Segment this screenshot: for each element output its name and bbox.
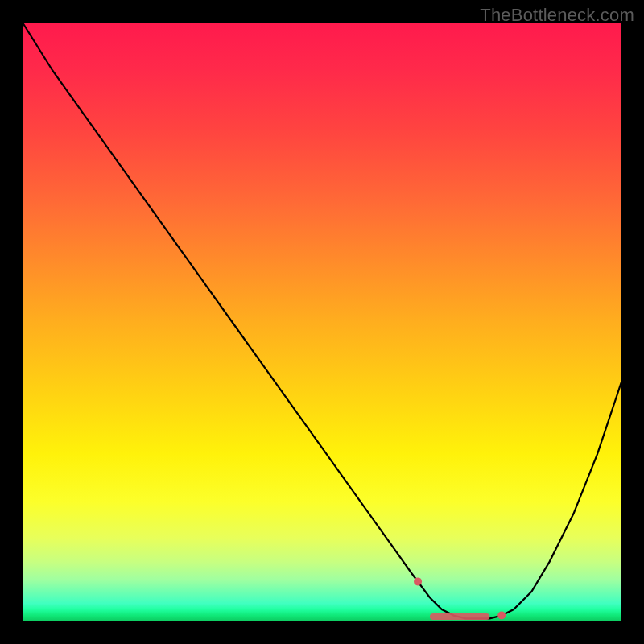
marker-right (497, 612, 506, 620)
chart-plot-area (23, 23, 621, 621)
curve-line (23, 23, 621, 618)
watermark-text: TheBottleneck.com (480, 5, 634, 26)
optimal-range-band (430, 613, 489, 620)
marker-left (414, 577, 422, 585)
bottleneck-curve (23, 23, 621, 621)
